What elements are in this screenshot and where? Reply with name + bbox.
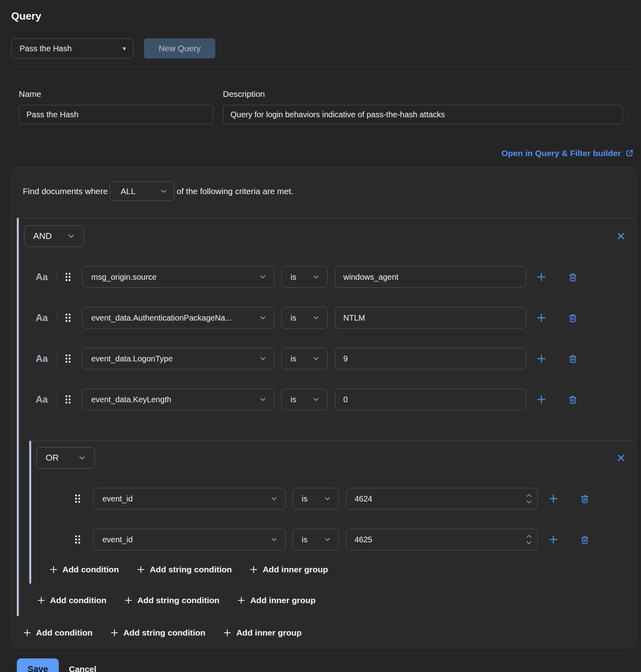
field-select[interactable]: event_id bbox=[93, 488, 286, 510]
add-inner-group-button[interactable]: Add inner group bbox=[250, 565, 328, 574]
condition-row: Aa event_data.KeyLength is 0 bbox=[24, 389, 635, 410]
trash-icon bbox=[568, 354, 578, 364]
chevron-down-icon bbox=[67, 232, 76, 241]
description-label: Description bbox=[223, 89, 623, 99]
operator-select[interactable]: is bbox=[281, 389, 328, 410]
chevron-down-icon bbox=[312, 314, 320, 322]
or-group-add-row: Add condition Add string condition Add i… bbox=[50, 565, 635, 574]
and-group-add-row: Add condition Add string condition Add i… bbox=[37, 596, 635, 605]
delete-condition-button[interactable] bbox=[568, 354, 578, 364]
trash-icon bbox=[568, 272, 578, 282]
remove-and-group-button[interactable] bbox=[616, 231, 626, 241]
close-icon bbox=[616, 231, 626, 241]
add-string-condition-button[interactable]: Add string condition bbox=[110, 628, 205, 638]
field-select[interactable]: event_data.KeyLength bbox=[82, 389, 274, 410]
match-type-value: ALL bbox=[120, 187, 135, 196]
field-select[interactable]: event_id bbox=[93, 529, 286, 550]
chevron-down-icon bbox=[526, 500, 532, 504]
value-input[interactable]: 9 bbox=[335, 348, 526, 369]
plus-icon bbox=[50, 566, 58, 574]
drag-handle-icon[interactable] bbox=[65, 272, 71, 282]
add-condition-button[interactable]: Add condition bbox=[37, 596, 106, 605]
delete-condition-button[interactable] bbox=[568, 313, 578, 323]
save-button[interactable]: Save bbox=[17, 658, 59, 672]
delete-condition-button[interactable] bbox=[568, 272, 578, 282]
value-input[interactable]: windows_agent bbox=[335, 266, 526, 288]
value-input[interactable]: 0 bbox=[335, 389, 526, 410]
plus-icon bbox=[23, 629, 31, 637]
add-inner-group-button[interactable]: Add inner group bbox=[237, 596, 315, 605]
delete-condition-button[interactable] bbox=[580, 494, 590, 504]
number-stepper[interactable] bbox=[526, 535, 532, 545]
dropdown-triangle-icon: ▼ bbox=[122, 46, 127, 52]
string-condition-icon: Aa bbox=[36, 353, 49, 364]
field-select[interactable]: msg_origin.source bbox=[82, 266, 274, 288]
description-input[interactable] bbox=[223, 105, 623, 124]
or-operator-value: OR bbox=[46, 453, 59, 463]
delete-condition-button[interactable] bbox=[568, 395, 578, 405]
operator-select[interactable]: is bbox=[281, 266, 328, 288]
and-operator-select[interactable]: AND bbox=[24, 225, 84, 247]
and-group: AND Aa msg_origin.source bbox=[17, 218, 635, 616]
criteria-prefix: Find documents where bbox=[23, 187, 108, 196]
field-select[interactable]: event_data.LogonType bbox=[82, 348, 274, 369]
new-query-button[interactable]: New Query bbox=[144, 38, 215, 58]
chevron-down-icon bbox=[312, 273, 320, 281]
add-condition-button[interactable]: Add condition bbox=[23, 628, 92, 638]
number-stepper[interactable] bbox=[526, 494, 532, 504]
number-value-input[interactable]: 4624 bbox=[346, 488, 538, 510]
or-operator-select[interactable]: OR bbox=[36, 447, 95, 469]
plus-icon bbox=[37, 596, 45, 604]
chevron-down-icon bbox=[160, 187, 168, 195]
drag-handle-icon[interactable] bbox=[65, 354, 71, 363]
operator-select[interactable]: is bbox=[281, 348, 328, 369]
add-condition-inline-button[interactable] bbox=[536, 272, 547, 282]
condition-row: Aa msg_origin.source is windows_agent bbox=[24, 266, 635, 288]
remove-or-group-button[interactable] bbox=[616, 453, 626, 463]
criteria-sentence: Find documents where ALL of the followin… bbox=[23, 181, 637, 201]
field-select[interactable]: event_data.AuthenticationPackageNa... bbox=[82, 307, 274, 329]
external-link-icon bbox=[625, 149, 634, 158]
add-string-condition-button[interactable]: Add string condition bbox=[124, 596, 219, 605]
delete-condition-button[interactable] bbox=[580, 535, 590, 545]
chevron-down-icon bbox=[312, 355, 320, 363]
cancel-button[interactable]: Cancel bbox=[69, 664, 96, 672]
trash-icon bbox=[580, 535, 590, 545]
query-editor-page: Query Pass the Hash ▼ New Query Name Des… bbox=[0, 0, 641, 672]
add-condition-inline-button[interactable] bbox=[536, 394, 547, 405]
condition-row: event_id is 4625 bbox=[36, 529, 635, 550]
plus-icon bbox=[223, 629, 231, 637]
row-divider bbox=[57, 272, 57, 282]
add-string-condition-button[interactable]: Add string condition bbox=[137, 565, 232, 574]
name-input[interactable] bbox=[19, 105, 213, 124]
drag-handle-icon[interactable] bbox=[74, 535, 81, 544]
value-input[interactable]: NTLM bbox=[335, 307, 526, 329]
chevron-down-icon bbox=[323, 495, 331, 503]
drag-handle-icon[interactable] bbox=[74, 494, 81, 503]
match-type-select[interactable]: ALL bbox=[110, 181, 174, 201]
open-in-builder-link[interactable]: Open in Query & Filter builder bbox=[501, 148, 634, 158]
plus-icon bbox=[124, 596, 132, 604]
operator-select[interactable]: is bbox=[281, 307, 328, 329]
plus-icon bbox=[237, 596, 245, 604]
and-operator-value: AND bbox=[33, 231, 52, 241]
add-condition-inline-button[interactable] bbox=[536, 353, 547, 364]
criteria-panel: Find documents where ALL of the followin… bbox=[11, 167, 637, 648]
chevron-down-icon bbox=[526, 541, 532, 545]
operator-select[interactable]: is bbox=[292, 488, 339, 510]
chevron-down-icon bbox=[259, 273, 267, 281]
root-add-row: Add condition Add string condition Add i… bbox=[23, 628, 637, 638]
criteria-suffix: of the following criteria are met. bbox=[176, 187, 293, 196]
add-condition-button[interactable]: Add condition bbox=[50, 565, 119, 574]
plus-icon bbox=[536, 272, 547, 282]
operator-select[interactable]: is bbox=[292, 529, 339, 550]
add-condition-inline-button[interactable] bbox=[548, 493, 559, 504]
condition-row: event_id is 4624 bbox=[36, 488, 635, 510]
add-condition-inline-button[interactable] bbox=[548, 534, 559, 545]
add-condition-inline-button[interactable] bbox=[536, 313, 547, 323]
saved-query-select[interactable]: Pass the Hash ▼ bbox=[11, 38, 134, 58]
add-inner-group-button[interactable]: Add inner group bbox=[223, 628, 301, 638]
drag-handle-icon[interactable] bbox=[65, 313, 71, 323]
number-value-input[interactable]: 4625 bbox=[346, 529, 538, 550]
drag-handle-icon[interactable] bbox=[65, 395, 71, 404]
